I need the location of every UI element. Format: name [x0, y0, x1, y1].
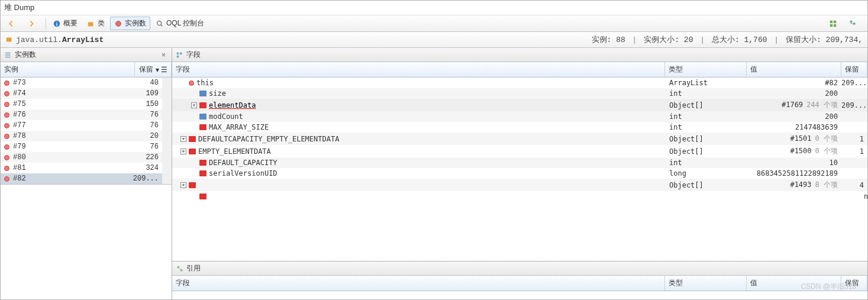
instance-icon — [4, 80, 9, 86]
field-value: 8683452581122892189 — [747, 169, 841, 178]
expander-icon[interactable]: + — [180, 136, 186, 142]
oql-icon — [156, 20, 164, 28]
forward-button[interactable] — [23, 18, 42, 30]
table-row[interactable]: #81324 — [1, 163, 162, 173]
col-instance[interactable]: 实例 — [1, 62, 135, 77]
field-type: long — [665, 169, 747, 178]
svg-line-5 — [161, 24, 163, 26]
field-icon — [189, 80, 194, 86]
table-row[interactable]: #82209... — [1, 173, 162, 184]
field-type: Object[] — [665, 101, 747, 109]
instance-name: #80 — [13, 153, 26, 162]
expander-icon[interactable]: + — [180, 149, 186, 154]
col-value[interactable]: 值 — [747, 276, 841, 291]
refs-table-body — [172, 291, 867, 299]
svg-point-4 — [157, 21, 162, 25]
table-row[interactable]: modCountint200 — [172, 111, 867, 122]
svg-text:i: i — [56, 21, 57, 27]
grid-icon — [829, 20, 837, 28]
table-row[interactable]: DEFAULT_CAPACITYint10 — [172, 157, 867, 168]
instances-button[interactable]: 实例数 — [110, 17, 150, 30]
fields-panel-title: 字段 — [186, 50, 201, 60]
col-retained[interactable]: 保留 — [841, 276, 867, 291]
field-name: serialVersionUID — [209, 169, 277, 178]
field-icon — [189, 182, 196, 188]
overview-button[interactable]: i 概要 — [49, 17, 82, 30]
field-type: int — [665, 159, 747, 167]
back-button[interactable] — [3, 18, 22, 30]
field-type: Object[] — [665, 181, 747, 189]
fields-icon — [176, 51, 184, 59]
oql-label: OQL 控制台 — [166, 18, 204, 28]
instances-table-body[interactable]: #7340#74109#75150#7676#7776#7820#7976#80… — [1, 78, 162, 184]
table-row[interactable]: null — [172, 191, 867, 202]
table-row[interactable]: sizeint200 — [172, 88, 867, 99]
classes-button[interactable]: 类 — [83, 17, 109, 30]
table-row[interactable]: +elementDataObject[]#1769244 个项209... — [172, 99, 867, 111]
value-suffix: 0 个项 — [815, 134, 838, 143]
field-icon — [199, 91, 206, 96]
instance-name: #78 — [13, 132, 26, 140]
table-row[interactable]: MAX_ARRAY_SIZEint2147483639 — [172, 122, 867, 133]
col-retained[interactable]: 保留 ▾ ☰ — [135, 62, 172, 77]
col-type[interactable]: 类型 — [665, 276, 747, 291]
expander-icon[interactable]: + — [180, 182, 186, 188]
col-field[interactable]: 字段 — [172, 62, 665, 77]
table-row[interactable]: #80226 — [1, 152, 162, 163]
menu-icon[interactable]: ☰ — [161, 66, 167, 74]
arrow-left-icon — [7, 20, 15, 28]
instance-icon — [4, 134, 9, 139]
table-row[interactable]: serialVersionUIDlong8683452581122892189 — [172, 168, 867, 179]
svg-rect-11 — [853, 22, 856, 25]
expander-icon[interactable]: + — [191, 102, 197, 108]
instance-name: #76 — [13, 111, 26, 119]
instance-icon — [4, 123, 9, 128]
toolbar: i 概要 类 实例数 OQL 控制台 — [1, 15, 867, 32]
class-icon — [87, 20, 95, 28]
view-mode-1-button[interactable] — [825, 18, 844, 30]
field-value: 2147483639 — [747, 123, 841, 131]
table-row[interactable]: #7340 — [1, 78, 162, 88]
retained-value: 209... — [125, 175, 159, 183]
table-row[interactable]: +Object[]#14938 个项4 — [172, 179, 867, 191]
overview-label: 概要 — [63, 18, 78, 28]
field-icon — [189, 136, 196, 142]
field-type: null — [786, 192, 867, 201]
table-row[interactable]: +EMPTY_ELEMENTDATAObject[]#15000 个项1 — [172, 145, 867, 157]
field-icon — [199, 114, 206, 120]
window-title: 堆 Dump — [1, 1, 867, 15]
instances-label: 实例数 — [125, 18, 146, 28]
col-retained[interactable]: 保留 — [841, 62, 867, 77]
list-icon — [4, 51, 12, 59]
scrollbar[interactable] — [162, 78, 172, 184]
svg-rect-20 — [177, 55, 179, 57]
svg-line-23 — [179, 267, 181, 270]
tree-icon — [849, 20, 857, 28]
svg-rect-9 — [834, 24, 836, 26]
instances-panel-header: 实例数 × — [1, 48, 172, 62]
table-row[interactable]: #7676 — [1, 109, 162, 120]
table-row[interactable]: #7776 — [1, 120, 162, 131]
field-icon — [199, 124, 206, 130]
refs-table-header: 字段 类型 值 保留 — [172, 276, 867, 291]
fields-table-body[interactable]: thisArrayList#82209...sizeint200+element… — [172, 78, 867, 261]
view-mode-2-button[interactable] — [845, 18, 864, 30]
table-row[interactable]: #75150 — [1, 99, 162, 109]
table-row[interactable]: thisArrayList#82209... — [172, 78, 867, 88]
svg-rect-10 — [850, 20, 853, 22]
table-row[interactable]: #7976 — [1, 141, 162, 152]
table-row[interactable]: #74109 — [1, 88, 162, 99]
instance-name: #75 — [13, 100, 26, 108]
col-type[interactable]: 类型 — [665, 62, 747, 77]
field-value: #82 — [747, 79, 841, 87]
close-icon[interactable]: × — [159, 51, 168, 59]
field-name: EMPTY_ELEMENTDATA — [198, 147, 271, 156]
col-field[interactable]: 字段 — [172, 276, 665, 291]
table-row[interactable]: #7820 — [1, 131, 162, 141]
field-icon — [189, 149, 196, 154]
col-value[interactable]: 值 — [747, 62, 841, 77]
retained-value: 324 — [125, 164, 159, 172]
table-row[interactable]: +DEFAULTCAPACITY_EMPTY_ELEMENTDATAObject… — [172, 133, 867, 145]
oql-button[interactable]: OQL 控制台 — [151, 17, 208, 30]
instances-panel-title: 实例数 — [15, 50, 36, 60]
